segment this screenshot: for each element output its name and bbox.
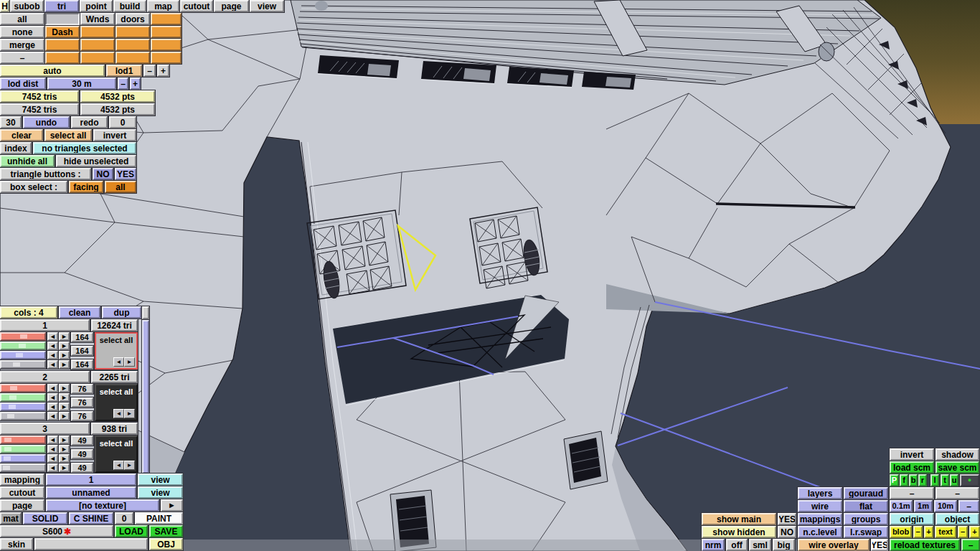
- dash-button[interactable]: –: [936, 487, 979, 499]
- model-file-name[interactable]: S600✱: [0, 525, 113, 537]
- gouraud-button[interactable]: gouraud: [844, 487, 888, 499]
- group-cell[interactable]: [151, 39, 182, 51]
- lod1-button[interactable]: lod1: [106, 65, 142, 77]
- lr-swap-button[interactable]: l.r.swap: [844, 526, 888, 538]
- groups-button[interactable]: groups: [844, 513, 888, 525]
- blob-button[interactable]: blob: [890, 526, 912, 538]
- color-group-name[interactable]: 1: [0, 319, 90, 331]
- group-cell[interactable]: [151, 52, 182, 64]
- blue-slider[interactable]: [0, 402, 46, 411]
- wire-overlay-yes[interactable]: YES: [871, 539, 888, 551]
- tab-subob[interactable]: subob: [10, 0, 44, 12]
- subsel-none[interactable]: none: [0, 26, 44, 38]
- lod-dist-plus-button[interactable]: +: [130, 77, 141, 90]
- mapping-value[interactable]: 1: [46, 474, 136, 486]
- shadow-button[interactable]: shadow: [936, 448, 979, 461]
- mat-button[interactable]: mat: [0, 512, 22, 524]
- palette-cols-button[interactable]: cols : 4: [0, 306, 57, 319]
- palette-scrollbar[interactable]: [142, 320, 149, 474]
- slider-right-arrow[interactable]: ►: [59, 393, 70, 402]
- undo-button[interactable]: undo: [23, 116, 70, 128]
- invert-button[interactable]: invert: [93, 129, 136, 141]
- slider-left-arrow[interactable]: ◄: [47, 454, 58, 463]
- shine-value[interactable]: 0: [115, 512, 133, 524]
- lod-minus-button[interactable]: –: [143, 65, 156, 77]
- save-scm-button[interactable]: save scm: [936, 461, 979, 474]
- slider-left-arrow[interactable]: ◄: [47, 412, 58, 420]
- save-button[interactable]: SAVE: [149, 525, 183, 537]
- redo-button[interactable]: redo: [71, 116, 108, 128]
- view-b-button[interactable]: b: [909, 474, 918, 486]
- slider-left-arrow[interactable]: ◄: [47, 342, 58, 350]
- red-slider[interactable]: [0, 332, 46, 341]
- mapping-view-button[interactable]: view: [138, 474, 183, 486]
- reload-textures-button[interactable]: reload textures: [890, 539, 960, 551]
- palette-dup-button[interactable]: dup: [102, 306, 141, 319]
- tab-page[interactable]: page: [214, 0, 249, 12]
- group-next-arrow[interactable]: ►: [124, 461, 135, 470]
- triangle-buttons-yes[interactable]: YES: [115, 168, 136, 180]
- red-slider[interactable]: [0, 435, 46, 444]
- wire-overlay-button[interactable]: wire overlay: [798, 539, 870, 551]
- slider-left-arrow[interactable]: ◄: [47, 384, 58, 392]
- group-cell[interactable]: [80, 39, 115, 51]
- view-u-button[interactable]: u: [950, 474, 958, 486]
- clear-button[interactable]: clear: [0, 129, 43, 141]
- color-group-name[interactable]: 3: [0, 423, 90, 435]
- mappings-button[interactable]: mappings: [798, 513, 842, 525]
- invert-display-button[interactable]: invert: [890, 448, 934, 461]
- tab-point[interactable]: point: [80, 0, 113, 12]
- tab-cutout[interactable]: cutout: [180, 0, 213, 12]
- palette-clean-button[interactable]: clean: [59, 306, 100, 319]
- palette-scrollbar-cap[interactable]: [142, 306, 149, 319]
- group-cell[interactable]: [80, 26, 115, 38]
- group-wnds[interactable]: Wnds: [80, 13, 115, 25]
- group-prev-arrow[interactable]: ◄: [113, 357, 124, 367]
- group-prev-arrow[interactable]: ◄: [113, 409, 124, 418]
- triangle-buttons-no[interactable]: NO: [93, 168, 113, 180]
- show-hidden-button[interactable]: show hidden: [702, 526, 776, 538]
- green-slider[interactable]: [0, 342, 46, 350]
- group-prev-arrow[interactable]: ◄: [113, 461, 124, 470]
- text-plus-button[interactable]: +: [969, 526, 980, 538]
- gray-slider[interactable]: [0, 463, 46, 472]
- page-value[interactable]: [no texture]: [46, 499, 159, 512]
- skin-value[interactable]: [34, 538, 148, 550]
- tab-h[interactable]: H: [0, 0, 9, 12]
- view-r-button[interactable]: r: [918, 474, 927, 486]
- obj-button[interactable]: OBJ: [149, 538, 183, 550]
- group-cell[interactable]: [80, 52, 115, 64]
- nrm-off-button[interactable]: off: [726, 539, 748, 551]
- flat-button[interactable]: flat: [844, 500, 888, 512]
- blob-plus-button[interactable]: +: [924, 526, 933, 538]
- nc-level-button[interactable]: n.c.level: [798, 526, 842, 538]
- cutout-view-button[interactable]: view: [138, 486, 183, 499]
- slider-left-arrow[interactable]: ◄: [47, 402, 58, 411]
- slider-right-arrow[interactable]: ►: [59, 351, 70, 359]
- reload-dash-button[interactable]: –: [961, 539, 980, 551]
- mat-solid-button[interactable]: SOLID: [23, 512, 67, 524]
- hide-unselected-button[interactable]: hide unselected: [56, 155, 136, 167]
- slider-left-arrow[interactable]: ◄: [47, 332, 58, 341]
- group-cell[interactable]: [116, 39, 150, 51]
- box-select-all[interactable]: all: [105, 181, 136, 193]
- slider-right-arrow[interactable]: ►: [59, 384, 70, 392]
- group-next-arrow[interactable]: ►: [124, 409, 135, 418]
- blob-minus-button[interactable]: –: [913, 526, 923, 538]
- slider-right-arrow[interactable]: ►: [59, 402, 70, 411]
- unhide-all-button[interactable]: unhide all: [0, 155, 55, 167]
- view-l-button[interactable]: l: [930, 474, 939, 486]
- show-main-button[interactable]: show main: [702, 513, 776, 525]
- nrm-big-button[interactable]: big: [773, 539, 795, 551]
- grid-10m-button[interactable]: 10m: [934, 500, 957, 512]
- blue-slider[interactable]: [0, 454, 46, 463]
- nrm-sml-button[interactable]: sml: [749, 539, 771, 551]
- lod-auto-button[interactable]: auto: [0, 65, 105, 77]
- load-scm-button[interactable]: load scm: [890, 461, 934, 474]
- lod-dist-minus-button[interactable]: –: [118, 77, 128, 90]
- subsel-all[interactable]: all: [0, 13, 44, 25]
- blue-slider[interactable]: [0, 351, 46, 359]
- view-t-button[interactable]: t: [941, 474, 949, 486]
- page-next-arrow[interactable]: ►: [161, 499, 183, 512]
- origin-button[interactable]: origin: [890, 513, 934, 525]
